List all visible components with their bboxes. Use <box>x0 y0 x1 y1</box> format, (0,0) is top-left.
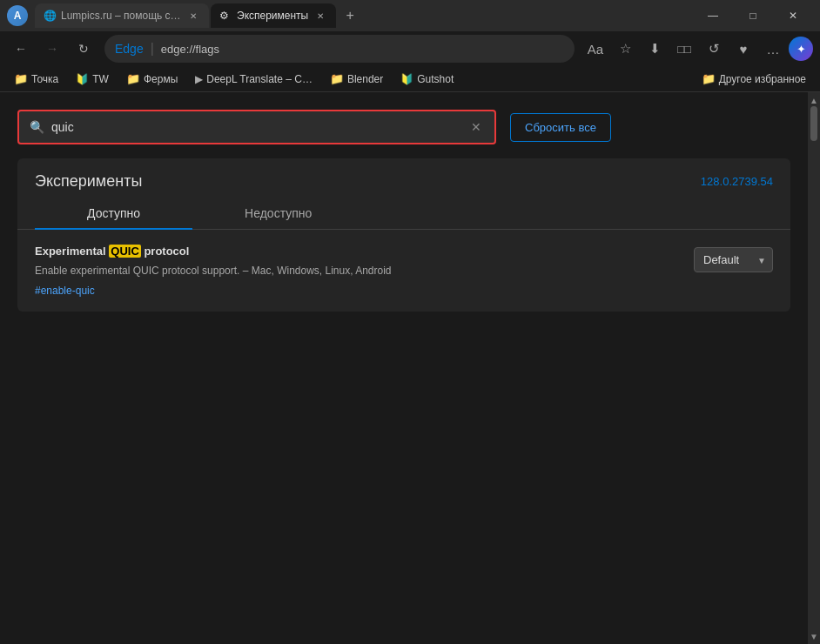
search-clear-icon[interactable]: ✕ <box>468 119 484 135</box>
content-area: 🔍 ✕ Сбросить все Эксперименты 128.0.2739… <box>0 92 820 644</box>
flag-title-before: Experimental <box>35 245 109 258</box>
search-section: 🔍 ✕ Сбросить все <box>0 92 808 158</box>
experiments-tabs-row: Доступно Недоступно <box>17 198 790 230</box>
bookmark-folder-icon-fermy: 📁 <box>126 72 140 85</box>
tab-unavailable[interactable]: Недоступно <box>192 198 364 229</box>
search-bar-container: 🔍 ✕ Сбросить все <box>17 110 790 144</box>
avatar[interactable]: A <box>7 5 28 26</box>
bookmark-label-tochka: Точка <box>31 73 58 85</box>
maximize-button[interactable]: □ <box>733 0 773 31</box>
flag-list: Experimental QUIC protocol Enable experi… <box>17 230 790 312</box>
downloads-icon[interactable]: ⬇ <box>641 35 669 63</box>
read-mode-icon[interactable]: Aa <box>581 35 609 63</box>
edge-logo: Edge <box>115 42 144 56</box>
scrollbar-down-arrow[interactable]: ▼ <box>808 630 820 642</box>
toolbar: ← → ↻ Edge | edge://flags Aa ☆ ⬇ □□ ↺ ♥ … <box>0 31 820 66</box>
new-tab-button[interactable]: + <box>338 3 362 28</box>
flag-select-quic[interactable]: Default Enabled Disabled <box>694 247 773 272</box>
bookmark-label-fermy: Фермы <box>144 73 178 85</box>
flag-link-quic[interactable]: #enable-quic <box>35 285 95 297</box>
more-menu-icon[interactable]: … <box>759 35 787 63</box>
scrollbar-track[interactable]: ▲ ▼ <box>808 92 820 644</box>
bookmark-arrow-deepl: ▶ <box>195 73 203 85</box>
forward-button[interactable]: → <box>38 35 66 63</box>
sync-icon[interactable]: ↺ <box>700 35 728 63</box>
scrollbar-thumb[interactable] <box>810 106 817 141</box>
search-icon: 🔍 <box>30 120 44 134</box>
bookmark-folder-icon-blender: 📁 <box>330 72 344 85</box>
favorites-icon[interactable]: ☆ <box>611 35 639 63</box>
search-box[interactable]: 🔍 ✕ <box>17 110 496 144</box>
flag-info-quic: Experimental QUIC protocol Enable experi… <box>35 244 680 298</box>
close-button[interactable]: ✕ <box>773 0 813 31</box>
scrollbar-up-arrow[interactable]: ▲ <box>808 94 820 106</box>
flag-select-container-quic: Default Enabled Disabled <box>694 247 773 272</box>
bookmark-deepl[interactable]: ▶ DeepL Translate – C… <box>188 69 319 90</box>
tab-bar: 🌐 Lumpics.ru – помощь с компью… ✕ ⚙ Эксп… <box>35 3 689 28</box>
version-text: 128.0.2739.54 <box>701 175 773 188</box>
tab-close-lumpics[interactable]: ✕ <box>186 9 200 23</box>
address-bar[interactable]: Edge | edge://flags <box>104 35 575 63</box>
bookmark-label-other: Другое избранное <box>719 73 806 85</box>
toolbar-icons: Aa ☆ ⬇ □□ ↺ ♥ … ✦ <box>581 35 813 63</box>
experiments-panel: Эксперименты 128.0.2739.54 Доступно Недо… <box>17 158 790 312</box>
tab-label-lumpics: Lumpics.ru – помощь с компью… <box>61 10 181 22</box>
tab-available[interactable]: Доступно <box>35 198 192 229</box>
tab-favicon-experiments: ⚙ <box>219 10 232 22</box>
flag-title-after: protocol <box>141 245 190 258</box>
tab-label-experiments: Эксперименты <box>237 10 308 22</box>
tab-lumpics[interactable]: 🌐 Lumpics.ru – помощь с компью… ✕ <box>35 3 209 28</box>
flag-title-highlight: QUIC <box>109 245 141 258</box>
collections-icon[interactable]: □□ <box>670 35 698 63</box>
bookmarks-right: 📁 Другое избранное <box>695 69 813 90</box>
bookmark-label-gutshot: Gutshot <box>417 73 454 85</box>
bookmark-label-tw: TW <box>92 73 109 85</box>
bookmark-blender[interactable]: 📁 Blender <box>323 69 390 90</box>
bookmark-other-favorites[interactable]: 📁 Другое избранное <box>695 69 813 90</box>
bookmark-label-deepl: DeepL Translate – C… <box>206 73 313 85</box>
flag-description-quic: Enable experimental QUIC protocol suppor… <box>35 263 680 278</box>
bookmark-fermy[interactable]: 📁 Фермы <box>119 69 185 90</box>
tab-favicon-lumpics: 🌐 <box>44 10 56 22</box>
refresh-button[interactable]: ↻ <box>70 35 97 63</box>
tab-experiments[interactable]: ⚙ Эксперименты ✕ <box>211 3 336 28</box>
titlebar: A 🌐 Lumpics.ru – помощь с компью… ✕ ⚙ Эк… <box>0 0 820 31</box>
flag-title-quic: Experimental QUIC protocol <box>35 244 680 259</box>
reset-all-button[interactable]: Сбросить все <box>510 113 611 142</box>
address-text: edge://flags <box>161 43 564 56</box>
bookmark-folder-icon-other: 📁 <box>702 72 716 85</box>
bookmark-icon-gutshot: 🔰 <box>400 73 413 85</box>
back-button[interactable]: ← <box>7 35 35 63</box>
flag-select-wrapper-quic[interactable]: Default Enabled Disabled <box>694 247 773 272</box>
page-content: 🔍 ✕ Сбросить все Эксперименты 128.0.2739… <box>0 92 808 644</box>
search-input[interactable] <box>51 120 461 134</box>
address-separator: | <box>151 41 154 57</box>
bookmark-folder-icon-tochka: 📁 <box>14 72 28 85</box>
bookmark-label-blender: Blender <box>347 73 383 85</box>
experiments-title: Эксперименты <box>35 172 142 191</box>
heart-icon[interactable]: ♥ <box>729 35 757 63</box>
bookmark-tochka[interactable]: 📁 Точка <box>7 69 65 90</box>
flag-item-quic: Experimental QUIC protocol Enable experi… <box>35 244 773 298</box>
copilot-icon[interactable]: ✦ <box>789 37 813 61</box>
bookmarks-bar: 📁 Точка 🔰 TW 📁 Фермы ▶ DeepL Translate –… <box>0 66 820 92</box>
bookmark-gutshot[interactable]: 🔰 Gutshot <box>393 69 460 90</box>
window-controls: — □ ✕ <box>693 0 813 31</box>
minimize-button[interactable]: — <box>693 0 733 31</box>
experiments-header: Эксперименты 128.0.2739.54 <box>17 158 790 198</box>
tab-close-experiments[interactable]: ✕ <box>313 9 327 23</box>
bookmark-icon-tw: 🔰 <box>76 73 89 85</box>
bookmark-tw[interactable]: 🔰 TW <box>69 69 116 90</box>
